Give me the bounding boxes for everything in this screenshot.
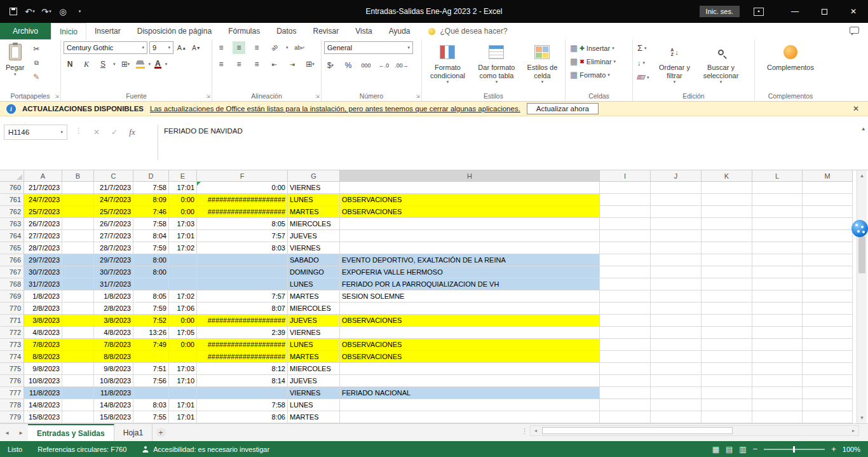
cell-A771[interactable]: 3/8/2023: [24, 315, 62, 327]
cell-I773[interactable]: [600, 339, 651, 351]
copy-icon[interactable]: ⧉: [30, 57, 43, 69]
cell-I768[interactable]: [600, 278, 651, 290]
cell-E766[interactable]: [169, 254, 197, 266]
cell-M769[interactable]: [803, 290, 853, 303]
redo-icon[interactable]: ↷▾: [39, 4, 53, 19]
cell-B773[interactable]: [62, 339, 94, 351]
cell-G769[interactable]: MARTES: [288, 290, 340, 303]
cell-K773[interactable]: [702, 339, 752, 351]
cell-C769[interactable]: 1/8/2023: [94, 290, 133, 303]
cell-K774[interactable]: [702, 351, 752, 363]
cell-H761[interactable]: OBSERVACIONES: [340, 194, 600, 206]
cell-A764[interactable]: 27/7/2023: [24, 230, 62, 242]
cell-E769[interactable]: 17:02: [169, 290, 197, 303]
customize-quick-access-icon[interactable]: ▾: [72, 4, 86, 19]
cell-F761[interactable]: ####################: [197, 194, 288, 206]
cell-J771[interactable]: [651, 315, 702, 327]
cell-E767[interactable]: [169, 266, 197, 278]
cell-E775[interactable]: 17:03: [169, 363, 197, 375]
cell-G766[interactable]: SABADO: [288, 254, 340, 266]
cell-I770[interactable]: [600, 303, 651, 315]
cell-A769[interactable]: 1/8/2023: [24, 290, 62, 303]
row-header-772[interactable]: 772: [0, 327, 24, 339]
cell-G760[interactable]: VIERNES: [288, 182, 340, 194]
cell-A776[interactable]: 10/8/2023: [24, 375, 62, 387]
cell-A770[interactable]: 2/8/2023: [24, 303, 62, 315]
row-header-775[interactable]: 775: [0, 363, 24, 375]
scroll-left-icon[interactable]: ◂: [531, 428, 541, 433]
cell-D769[interactable]: 8:05: [133, 290, 169, 303]
cell-F773[interactable]: ####################: [197, 339, 288, 351]
page-break-view-icon[interactable]: ▥: [739, 445, 746, 454]
cell-C763[interactable]: 26/7/2023: [94, 218, 133, 230]
row-header-761[interactable]: 761: [0, 194, 24, 206]
cell-C771[interactable]: 3/8/2023: [94, 315, 133, 327]
cell-M775[interactable]: [803, 363, 853, 375]
cell-H774[interactable]: OBSERVACIONES: [340, 351, 600, 363]
cell-E761[interactable]: 0:00: [169, 194, 197, 206]
cell-D768[interactable]: [133, 278, 169, 290]
cell-H778[interactable]: [340, 399, 600, 411]
row-header-763[interactable]: 763: [0, 218, 24, 230]
cell-B779[interactable]: [62, 411, 94, 423]
cell-M760[interactable]: [803, 182, 853, 194]
cell-B775[interactable]: [62, 363, 94, 375]
cell-M770[interactable]: [803, 303, 853, 315]
row-header-764[interactable]: 764: [0, 230, 24, 242]
cell-styles-button[interactable]: Estilos de celda▾: [522, 41, 562, 86]
cell-E774[interactable]: [169, 351, 197, 363]
cell-G772[interactable]: VIERNES: [288, 327, 340, 339]
cell-J761[interactable]: [651, 194, 702, 206]
cell-J763[interactable]: [651, 218, 702, 230]
row-header-768[interactable]: 768: [0, 278, 24, 290]
cell-I776[interactable]: [600, 375, 651, 387]
notification-message-link[interactable]: Las actualizaciones de Office están list…: [150, 105, 520, 113]
orientation-icon[interactable]: ab: [266, 39, 283, 57]
format-as-table-button[interactable]: Dar formato como tabla▾: [473, 41, 520, 86]
cell-K777[interactable]: [702, 387, 752, 399]
column-header-M[interactable]: M: [803, 170, 853, 182]
cell-K775[interactable]: [702, 363, 752, 375]
cell-J770[interactable]: [651, 303, 702, 315]
find-select-button[interactable]: Buscar y seleccionar▾: [698, 41, 744, 86]
cell-L765[interactable]: [752, 242, 803, 254]
cell-I777[interactable]: [600, 387, 651, 399]
cell-J762[interactable]: [651, 206, 702, 218]
cell-J760[interactable]: [651, 182, 702, 194]
vertical-scroll-thumb[interactable]: [858, 236, 865, 273]
cell-D767[interactable]: 8:00: [133, 266, 169, 278]
cell-B761[interactable]: [62, 194, 94, 206]
touch-mode-icon[interactable]: ◎: [56, 4, 70, 19]
cell-D776[interactable]: 7:56: [133, 375, 169, 387]
cell-A765[interactable]: 28/7/2023: [24, 242, 62, 254]
cell-F767[interactable]: [197, 266, 288, 278]
bold-button[interactable]: N: [64, 58, 76, 71]
cell-B774[interactable]: [62, 351, 94, 363]
row-header-779[interactable]: 779: [0, 411, 24, 423]
font-name-combo[interactable]: Century Gothic▾: [64, 41, 147, 54]
column-header-B[interactable]: B: [62, 170, 94, 182]
cut-icon[interactable]: ✂: [30, 43, 43, 55]
underline-button[interactable]: S: [97, 58, 109, 71]
cell-C775[interactable]: 9/8/2023: [94, 363, 133, 375]
cell-L768[interactable]: [752, 278, 803, 290]
cell-F764[interactable]: 7:57: [197, 230, 288, 242]
cell-E764[interactable]: 17:01: [169, 230, 197, 242]
cell-A766[interactable]: 29/7/2023: [24, 254, 62, 266]
decrease-indent-icon[interactable]: ⇤: [268, 58, 281, 71]
cell-M761[interactable]: [803, 194, 853, 206]
cell-G773[interactable]: LUNES: [288, 339, 340, 351]
clipboard-dialog-launcher[interactable]: ⇲: [55, 93, 59, 99]
column-header-K[interactable]: K: [702, 170, 752, 182]
cell-L778[interactable]: [752, 399, 803, 411]
cell-C766[interactable]: 29/7/2023: [94, 254, 133, 266]
column-header-D[interactable]: D: [133, 170, 169, 182]
formula-bar-handle[interactable]: ⋮: [75, 126, 82, 135]
collapse-formula-bar-icon[interactable]: ▴: [862, 125, 865, 132]
cell-K761[interactable]: [702, 194, 752, 206]
ribbon-tab-f-rmulas[interactable]: Fórmulas: [220, 23, 268, 39]
alignment-dialog-launcher[interactable]: ⇲: [315, 93, 320, 99]
cell-L774[interactable]: [752, 351, 803, 363]
tell-me-search[interactable]: ¿Qué desea hacer?: [428, 23, 507, 39]
cell-J765[interactable]: [651, 242, 702, 254]
